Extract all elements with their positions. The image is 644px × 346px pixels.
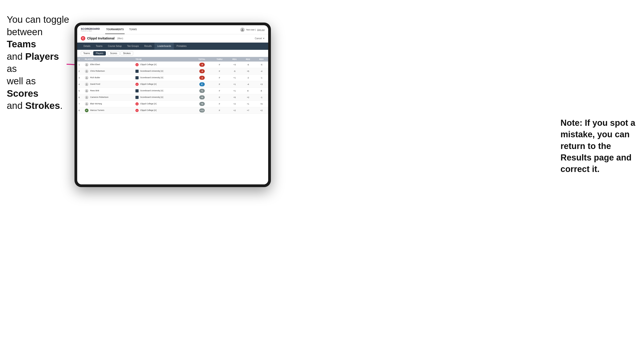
svg-point-5 [86,83,87,85]
rd1: +5 [228,94,241,101]
thru: F [211,88,228,94]
total-score: +9 [193,101,211,107]
table-row: 2 Chris Robertson Scoreboard University … [77,68,268,75]
thru: F [211,101,228,107]
user-name: Test User | [246,29,256,31]
thru: F [211,94,228,101]
thru: F [211,62,228,68]
player-avatar [85,96,88,99]
rd3: +2 [254,107,268,114]
tab-leaderboards[interactable]: Leaderboards [154,43,174,50]
rd3: -4 [254,68,268,75]
player-avatar [85,69,88,73]
rd1: +3 [228,62,241,68]
svg-point-7 [86,96,87,98]
svg-point-2 [86,64,87,65]
col-team: TEAM [134,57,192,62]
toggle-scores[interactable]: Scores [108,51,120,55]
tab-results[interactable]: Results [142,43,154,50]
rd3: -1 [254,94,268,101]
team-name: Scoreboard University [A] [134,88,192,94]
player-name: Blair McHarg [84,101,134,107]
table-row: 5 Rees Britt Scoreboard University [A] +… [77,88,268,94]
user-area: Test User | Sign out [240,27,264,32]
toggle-area: Teams Players Scores Strokes [77,50,268,57]
player-avatar: MT [85,109,88,112]
rd2: -6 [241,62,255,68]
team-name: C Clippd College [A] [134,81,192,88]
rank: 4 [77,81,84,88]
nav-tournaments[interactable]: TOURNAMENTS [105,25,124,34]
svg-point-3 [86,70,87,71]
toggle-players[interactable]: Players [93,51,106,55]
rd2: E [241,88,255,94]
team-logo [136,96,138,99]
score-badge: -4 [199,69,205,73]
total-score: +1 [193,88,211,94]
sign-out-link[interactable]: Sign out [257,29,264,31]
tablet-frame: SCOREBOARD Powered by clippd TOURNAMENTS… [74,22,271,187]
rd3: +3 [254,81,268,88]
toggle-strokes[interactable]: Strokes [120,51,133,55]
tablet-screen: SCOREBOARD Powered by clippd TOURNAMENTS… [77,25,268,184]
team-name: Scoreboard University [A] [134,75,192,81]
rank: 3 [77,75,84,81]
rd2: +5 [241,68,255,75]
col-total: TOTAL [193,57,211,62]
tab-printables[interactable]: Printables [174,43,189,50]
col-rd3: RD3 [254,57,268,62]
top-nav-bar: SCOREBOARD Powered by clippd TOURNAMENTS… [77,25,268,34]
col-thru: THRU [211,57,228,62]
svg-point-4 [86,77,87,78]
rd3: -1 [254,75,268,81]
toggle-teams[interactable]: Teams [81,51,92,55]
team-name: C Clippd College [A] [134,107,192,114]
right-annotation: Note: If you spot a mistake, you can ret… [560,117,637,175]
player-avatar [85,102,88,106]
thru: F [211,75,228,81]
team-name: Scoreboard University [A] [134,94,192,101]
rd2: -4 [241,81,255,88]
rank: 8 [77,107,84,114]
leaderboard-table: # PLAYER TEAM TOTAL THRU RD1 RD2 RD3 1 [77,57,268,184]
powered-by: Powered by clippd [81,30,100,31]
rank: 1 [77,62,84,68]
score-badge: -2 [199,76,205,80]
thru: F [211,81,228,88]
col-player: PLAYER [84,57,134,62]
table-row: 3 Rich Butler Scoreboard University [A] … [77,75,268,81]
tab-course-setup[interactable]: Course Setup [105,43,124,50]
player-name: Rees Britt [84,88,134,94]
rd1: -5 [228,68,241,75]
player-avatar [85,63,88,66]
rd1: +1 [228,88,241,94]
rd2: +7 [241,107,255,114]
score-badge: -8 [199,63,205,67]
tab-details[interactable]: Details [81,43,93,50]
total-score: E [193,81,211,88]
score-badge: +9 [199,102,205,106]
player-name: David Ford [84,81,134,88]
team-logo: C [136,83,138,86]
col-rank: # [77,57,84,62]
total-score: -2 [193,75,211,81]
score-badge: E [199,82,205,86]
rank: 7 [77,101,84,107]
rd2: +2 [241,94,255,101]
tab-tee-groups[interactable]: Tee Groups [124,43,142,50]
cancel-icon: ✕ [263,37,264,40]
tournament-name: Clippd Invitational [87,36,114,40]
total-score: -4 [193,68,211,75]
team-logo [136,76,138,79]
team-logo: C [136,109,138,112]
tab-teams[interactable]: Teams [93,43,105,50]
cancel-button[interactable]: Cancel ✕ [255,37,264,40]
player-name: Chris Robertson [84,68,134,75]
team-name: C Clippd College [A] [134,62,192,68]
tournament-gender: (Men) [117,37,123,40]
rd3: -5 [254,62,268,68]
score-badge: +11 [199,108,205,113]
svg-point-8 [86,103,87,104]
nav-teams[interactable]: TEAMS [128,25,138,34]
table-row: 6 Cameron Robertson Scoreboard Universit… [77,94,268,101]
